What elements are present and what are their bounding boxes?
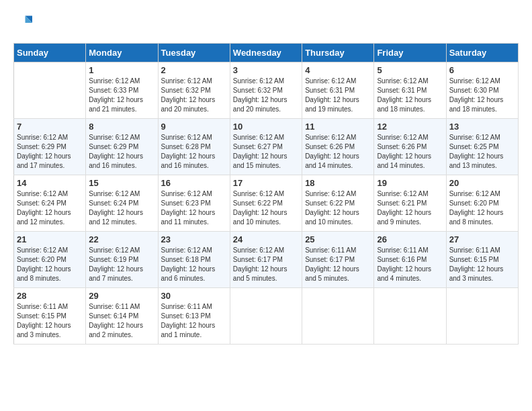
- day-info: Sunrise: 6:12 AM Sunset: 6:33 PM Dayligh…: [89, 77, 154, 114]
- calendar-cell: 4Sunrise: 6:12 AM Sunset: 6:31 PM Daylig…: [302, 62, 374, 119]
- day-number: 12: [377, 122, 443, 132]
- calendar-cell: 15Sunrise: 6:12 AM Sunset: 6:24 PM Dayli…: [86, 175, 158, 232]
- day-number: 23: [161, 234, 227, 244]
- calendar-cell: 21Sunrise: 6:12 AM Sunset: 6:20 PM Dayli…: [14, 232, 86, 288]
- day-number: 18: [305, 178, 371, 188]
- calendar-cell: 3Sunrise: 6:12 AM Sunset: 6:32 PM Daylig…: [230, 62, 302, 119]
- calendar-cell: 29Sunrise: 6:11 AM Sunset: 6:14 PM Dayli…: [86, 288, 158, 345]
- day-info: Sunrise: 6:12 AM Sunset: 6:26 PM Dayligh…: [377, 133, 443, 171]
- day-number: 14: [17, 178, 83, 188]
- day-info: Sunrise: 6:12 AM Sunset: 6:26 PM Dayligh…: [305, 133, 371, 171]
- day-info: Sunrise: 6:12 AM Sunset: 6:20 PM Dayligh…: [449, 189, 515, 227]
- calendar-cell: 11Sunrise: 6:12 AM Sunset: 6:26 PM Dayli…: [302, 119, 374, 175]
- calendar-cell: 9Sunrise: 6:12 AM Sunset: 6:28 PM Daylig…: [158, 119, 230, 175]
- calendar-cell: [14, 62, 86, 119]
- day-number: 22: [89, 234, 154, 244]
- day-number: 13: [449, 122, 515, 132]
- day-number: 8: [89, 122, 154, 132]
- calendar-table: SundayMondayTuesdayWednesdayThursdayFrid…: [13, 43, 519, 345]
- day-info: Sunrise: 6:11 AM Sunset: 6:16 PM Dayligh…: [377, 246, 443, 283]
- day-info: Sunrise: 6:12 AM Sunset: 6:20 PM Dayligh…: [17, 246, 83, 283]
- calendar-cell: [302, 288, 374, 345]
- day-number: 16: [161, 178, 227, 188]
- day-info: Sunrise: 6:12 AM Sunset: 6:24 PM Dayligh…: [17, 189, 83, 227]
- day-number: 19: [377, 178, 443, 188]
- calendar-cell: 28Sunrise: 6:11 AM Sunset: 6:15 PM Dayli…: [14, 288, 86, 345]
- calendar-cell: 19Sunrise: 6:12 AM Sunset: 6:21 PM Dayli…: [374, 175, 446, 232]
- day-info: Sunrise: 6:12 AM Sunset: 6:24 PM Dayligh…: [89, 189, 154, 227]
- day-info: Sunrise: 6:11 AM Sunset: 6:14 PM Dayligh…: [89, 302, 154, 340]
- weekday-header-row: SundayMondayTuesdayWednesdayThursdayFrid…: [14, 44, 519, 62]
- day-number: 1: [89, 65, 154, 75]
- calendar-cell: 12Sunrise: 6:12 AM Sunset: 6:26 PM Dayli…: [374, 119, 446, 175]
- day-number: 4: [305, 65, 371, 75]
- weekday-header-thursday: Thursday: [302, 44, 374, 62]
- calendar-week-1: 1Sunrise: 6:12 AM Sunset: 6:33 PM Daylig…: [14, 62, 519, 119]
- day-info: Sunrise: 6:12 AM Sunset: 6:25 PM Dayligh…: [449, 133, 515, 171]
- calendar-week-3: 14Sunrise: 6:12 AM Sunset: 6:24 PM Dayli…: [14, 175, 519, 232]
- day-info: Sunrise: 6:12 AM Sunset: 6:21 PM Dayligh…: [377, 189, 443, 227]
- day-number: 29: [89, 291, 154, 301]
- day-number: 30: [161, 291, 227, 301]
- page-header: [13, 13, 519, 32]
- calendar-cell: [230, 288, 302, 345]
- calendar-week-4: 21Sunrise: 6:12 AM Sunset: 6:20 PM Dayli…: [14, 232, 519, 288]
- weekday-header-friday: Friday: [374, 44, 446, 62]
- calendar-cell: 2Sunrise: 6:12 AM Sunset: 6:32 PM Daylig…: [158, 62, 230, 119]
- calendar-cell: 30Sunrise: 6:11 AM Sunset: 6:13 PM Dayli…: [158, 288, 230, 345]
- weekday-header-monday: Monday: [86, 44, 158, 62]
- day-info: Sunrise: 6:12 AM Sunset: 6:19 PM Dayligh…: [89, 246, 154, 283]
- logo-icon: [13, 13, 32, 32]
- day-number: 15: [89, 178, 154, 188]
- calendar-cell: 10Sunrise: 6:12 AM Sunset: 6:27 PM Dayli…: [230, 119, 302, 175]
- day-info: Sunrise: 6:12 AM Sunset: 6:30 PM Dayligh…: [449, 77, 515, 114]
- weekday-header-wednesday: Wednesday: [230, 44, 302, 62]
- day-info: Sunrise: 6:12 AM Sunset: 6:22 PM Dayligh…: [233, 189, 299, 227]
- calendar-cell: [446, 288, 518, 345]
- calendar-cell: 14Sunrise: 6:12 AM Sunset: 6:24 PM Dayli…: [14, 175, 86, 232]
- day-number: 9: [161, 122, 227, 132]
- day-info: Sunrise: 6:12 AM Sunset: 6:23 PM Dayligh…: [161, 189, 227, 227]
- day-number: 26: [377, 234, 443, 244]
- day-info: Sunrise: 6:12 AM Sunset: 6:22 PM Dayligh…: [305, 189, 371, 227]
- day-number: 7: [17, 122, 83, 132]
- day-number: 5: [377, 65, 443, 75]
- day-number: 20: [449, 178, 515, 188]
- day-info: Sunrise: 6:11 AM Sunset: 6:13 PM Dayligh…: [161, 302, 227, 340]
- logo: [13, 13, 35, 32]
- day-number: 28: [17, 291, 83, 301]
- day-info: Sunrise: 6:11 AM Sunset: 6:15 PM Dayligh…: [17, 302, 83, 340]
- calendar-cell: [374, 288, 446, 345]
- day-info: Sunrise: 6:11 AM Sunset: 6:15 PM Dayligh…: [449, 246, 515, 283]
- day-number: 27: [449, 234, 515, 244]
- day-number: 17: [233, 178, 299, 188]
- calendar-cell: 17Sunrise: 6:12 AM Sunset: 6:22 PM Dayli…: [230, 175, 302, 232]
- day-number: 11: [305, 122, 371, 132]
- calendar-cell: 23Sunrise: 6:12 AM Sunset: 6:18 PM Dayli…: [158, 232, 230, 288]
- day-number: 10: [233, 122, 299, 132]
- day-info: Sunrise: 6:12 AM Sunset: 6:28 PM Dayligh…: [161, 133, 227, 171]
- calendar-cell: 8Sunrise: 6:12 AM Sunset: 6:29 PM Daylig…: [86, 119, 158, 175]
- day-info: Sunrise: 6:12 AM Sunset: 6:32 PM Dayligh…: [161, 77, 227, 114]
- day-info: Sunrise: 6:11 AM Sunset: 6:17 PM Dayligh…: [305, 246, 371, 283]
- calendar-week-5: 28Sunrise: 6:11 AM Sunset: 6:15 PM Dayli…: [14, 288, 519, 345]
- calendar-cell: 1Sunrise: 6:12 AM Sunset: 6:33 PM Daylig…: [86, 62, 158, 119]
- day-number: 6: [449, 65, 515, 75]
- day-number: 21: [17, 234, 83, 244]
- day-info: Sunrise: 6:12 AM Sunset: 6:32 PM Dayligh…: [233, 77, 299, 114]
- calendar-cell: 7Sunrise: 6:12 AM Sunset: 6:29 PM Daylig…: [14, 119, 86, 175]
- weekday-header-tuesday: Tuesday: [158, 44, 230, 62]
- day-number: 2: [161, 65, 227, 75]
- day-info: Sunrise: 6:12 AM Sunset: 6:17 PM Dayligh…: [233, 246, 299, 283]
- day-info: Sunrise: 6:12 AM Sunset: 6:18 PM Dayligh…: [161, 246, 227, 283]
- calendar-cell: 16Sunrise: 6:12 AM Sunset: 6:23 PM Dayli…: [158, 175, 230, 232]
- day-info: Sunrise: 6:12 AM Sunset: 6:29 PM Dayligh…: [89, 133, 154, 171]
- calendar-cell: 13Sunrise: 6:12 AM Sunset: 6:25 PM Dayli…: [446, 119, 518, 175]
- weekday-header-saturday: Saturday: [446, 44, 518, 62]
- calendar-cell: 24Sunrise: 6:12 AM Sunset: 6:17 PM Dayli…: [230, 232, 302, 288]
- day-info: Sunrise: 6:12 AM Sunset: 6:31 PM Dayligh…: [305, 77, 371, 114]
- calendar-cell: 27Sunrise: 6:11 AM Sunset: 6:15 PM Dayli…: [446, 232, 518, 288]
- day-info: Sunrise: 6:12 AM Sunset: 6:29 PM Dayligh…: [17, 133, 83, 171]
- calendar-cell: 25Sunrise: 6:11 AM Sunset: 6:17 PM Dayli…: [302, 232, 374, 288]
- calendar-cell: 6Sunrise: 6:12 AM Sunset: 6:30 PM Daylig…: [446, 62, 518, 119]
